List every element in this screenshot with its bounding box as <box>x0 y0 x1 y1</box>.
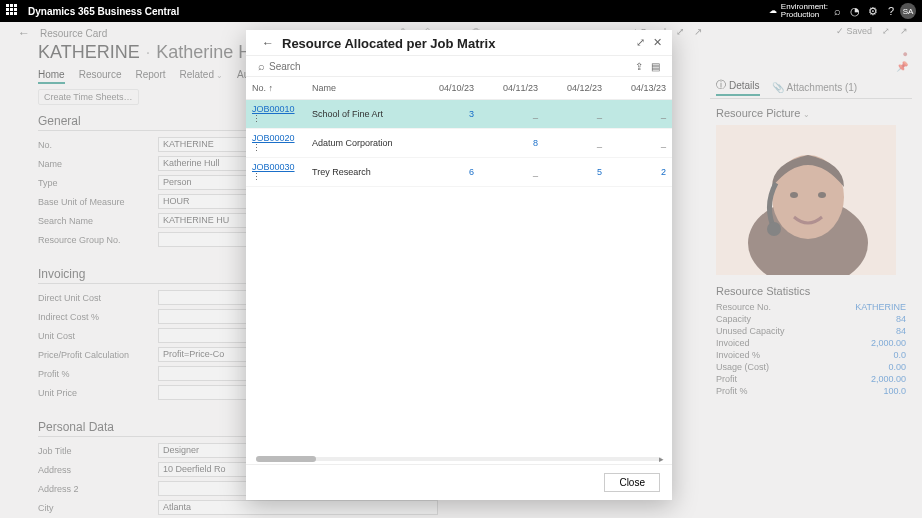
stat-row: Capacity84 <box>710 313 912 325</box>
close-button[interactable]: Close <box>604 473 660 492</box>
stat-row: Profit %100.0 <box>710 385 912 397</box>
row-menu-icon[interactable]: ⋮ <box>252 143 260 153</box>
field-label: Unit Price <box>38 388 158 398</box>
matrix-cell[interactable]: 5 <box>544 158 608 187</box>
stat-value[interactable]: 84 <box>896 326 906 336</box>
resource-statistics-heading[interactable]: Resource Statistics <box>710 277 912 301</box>
app-title: Dynamics 365 Business Central <box>28 6 179 17</box>
tab-home[interactable]: Home <box>38 69 65 84</box>
field-label: Profit % <box>38 369 158 379</box>
matrix-cell[interactable]: _ <box>608 129 672 158</box>
tab-report[interactable]: Report <box>136 69 166 84</box>
horizontal-scrollbar[interactable]: ▸ <box>256 454 662 464</box>
matrix-cell[interactable] <box>416 129 480 158</box>
popout-icon[interactable]: ⤢ <box>882 26 890 36</box>
user-avatar[interactable]: SA <box>900 3 916 19</box>
help-icon[interactable]: ? <box>882 5 900 17</box>
matrix-cell[interactable]: _ <box>480 158 544 187</box>
stat-row: Usage (Cost)0.00 <box>710 361 912 373</box>
svg-point-5 <box>767 222 781 236</box>
environment-badge[interactable]: ☁ Environment: Production <box>769 3 828 19</box>
stat-label: Profit % <box>716 386 748 396</box>
tab-resource[interactable]: Resource <box>79 69 122 84</box>
job-no-link[interactable]: JOB00030 <box>252 162 295 172</box>
stat-label: Capacity <box>716 314 751 324</box>
matrix-cell[interactable]: _ <box>544 100 608 129</box>
search-input[interactable] <box>269 61 627 72</box>
resource-picture-heading[interactable]: Resource Picture ⌄ <box>710 99 912 123</box>
filter-icon[interactable]: ▤ <box>651 61 660 72</box>
field-label: Unit Cost <box>38 331 158 341</box>
stat-value[interactable]: 2,000.00 <box>871 374 906 384</box>
modal-expand-icon[interactable]: ⤢ <box>636 36 645 49</box>
field-label: No. <box>38 140 158 150</box>
row-menu-icon[interactable]: ⋮ <box>252 114 260 124</box>
stat-value[interactable]: 0.0 <box>893 350 906 360</box>
column-header[interactable]: No. ↑ <box>246 77 306 100</box>
tab-related[interactable]: Related⌄ <box>180 69 223 84</box>
column-header[interactable]: Name <box>306 77 416 100</box>
field-input[interactable]: Atlanta <box>158 500 438 515</box>
job-no-link[interactable]: JOB00010 <box>252 104 295 114</box>
matrix-cell[interactable]: _ <box>608 100 672 129</box>
create-time-sheets-button[interactable]: Create Time Sheets… <box>38 89 139 105</box>
alert-icon[interactable]: ● <box>903 49 908 59</box>
breadcrumb: Resource Card <box>40 28 107 39</box>
back-icon[interactable]: ← <box>18 26 30 40</box>
form-row: CityAtlanta <box>38 500 438 515</box>
factbox-tab-details[interactable]: ⓘDetails <box>716 78 760 96</box>
stat-label: Resource No. <box>716 302 771 312</box>
column-header[interactable]: 04/13/23 <box>608 77 672 100</box>
job-no-link[interactable]: JOB00020 <box>252 133 295 143</box>
stat-value[interactable]: 84 <box>896 314 906 324</box>
stat-label: Usage (Cost) <box>716 362 769 372</box>
matrix-cell[interactable]: _ <box>544 129 608 158</box>
field-label: Indirect Cost % <box>38 312 158 322</box>
svg-point-3 <box>790 192 798 198</box>
field-label: Resource Group No. <box>38 235 158 245</box>
stat-value[interactable]: 0.00 <box>888 362 906 372</box>
svg-point-4 <box>818 192 826 198</box>
stat-label: Profit <box>716 374 737 384</box>
matrix-cell[interactable]: 2 <box>608 158 672 187</box>
resource-allocated-matrix-dialog: ← Resource Allocated per Job Matrix ⤢ ✕ … <box>246 30 672 500</box>
factbox-tab-attachments[interactable]: 📎Attachments (1) <box>772 78 858 96</box>
stat-row: Unused Capacity84 <box>710 325 912 337</box>
expand-icon[interactable]: ↗ <box>694 26 702 37</box>
field-label: Search Name <box>38 216 158 226</box>
table-row[interactable]: JOB00010 ⋮School of Fine Art3___ <box>246 100 672 129</box>
matrix-cell[interactable]: 3 <box>416 100 480 129</box>
search-icon[interactable]: ⌕ <box>828 5 846 17</box>
matrix-cell[interactable]: 6 <box>416 158 480 187</box>
search-icon[interactable]: ⌕ <box>258 60 265 72</box>
column-header[interactable]: 04/11/23 <box>480 77 544 100</box>
matrix-grid: No. ↑Name04/10/2304/11/2304/12/2304/13/2… <box>246 77 672 454</box>
stat-value[interactable]: 2,000.00 <box>871 338 906 348</box>
matrix-cell[interactable]: _ <box>480 100 544 129</box>
share-icon[interactable]: ⇪ <box>635 61 643 72</box>
stat-label: Unused Capacity <box>716 326 785 336</box>
table-row[interactable]: JOB00020 ⋮Adatum Corporation8__ <box>246 129 672 158</box>
matrix-cell[interactable]: 8 <box>480 129 544 158</box>
modal-close-icon[interactable]: ✕ <box>653 36 662 49</box>
settings-icon[interactable]: ⚙ <box>864 5 882 18</box>
column-header[interactable]: 04/12/23 <box>544 77 608 100</box>
stat-value[interactable]: 100.0 <box>883 386 906 396</box>
stat-label: Invoiced % <box>716 350 760 360</box>
notifications-icon[interactable]: ◔ <box>846 5 864 18</box>
pin-icon[interactable]: 📌 <box>896 61 908 72</box>
app-launcher-icon[interactable] <box>6 4 20 18</box>
popout-icon[interactable]: ⤢ <box>676 26 684 37</box>
field-label: Base Unit of Measure <box>38 197 158 207</box>
stat-row: Resource No.KATHERINE <box>710 301 912 313</box>
job-name: School of Fine Art <box>306 100 416 129</box>
row-menu-icon[interactable]: ⋮ <box>252 172 260 182</box>
modal-back-icon[interactable]: ← <box>262 36 274 50</box>
table-row[interactable]: JOB00030 ⋮Trey Research6_52 <box>246 158 672 187</box>
expand-icon[interactable]: ↗ <box>900 26 908 36</box>
stat-label: Invoiced <box>716 338 750 348</box>
stat-row: Profit2,000.00 <box>710 373 912 385</box>
modal-title: Resource Allocated per Job Matrix <box>282 36 628 51</box>
stat-value[interactable]: KATHERINE <box>855 302 906 312</box>
column-header[interactable]: 04/10/23 <box>416 77 480 100</box>
